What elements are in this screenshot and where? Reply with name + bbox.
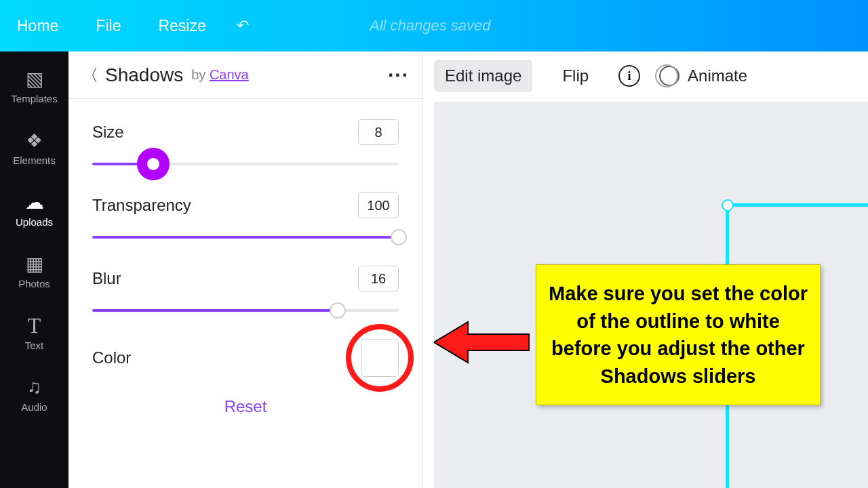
top-menu-bar: Home File Resize ↶ All changes saved: [0, 0, 868, 52]
nav-elements[interactable]: ❖ Elements: [0, 127, 68, 169]
audio-icon: ♫: [27, 377, 41, 397]
resize-handle-icon[interactable]: [722, 199, 734, 211]
callout-text: Make sure you set the color of the outli…: [549, 280, 808, 390]
blur-slider-thumb[interactable]: [330, 302, 346, 319]
instruction-callout: Make sure you set the color of the outli…: [536, 264, 821, 405]
size-label: Size: [92, 123, 124, 142]
flip-button[interactable]: Flip: [551, 60, 599, 92]
nav-templates[interactable]: ▧ Templates: [0, 65, 68, 108]
save-status: All changes saved: [370, 17, 491, 35]
transparency-slider-thumb[interactable]: [391, 229, 407, 245]
size-slider-thumb[interactable]: [137, 148, 170, 180]
brand-link[interactable]: Canva: [210, 67, 249, 82]
nav-photos[interactable]: ▦ Photos: [0, 250, 68, 293]
elements-icon: ❖: [26, 130, 43, 150]
templates-icon: ▧: [26, 68, 43, 89]
transparency-slider[interactable]: [92, 224, 399, 251]
canvas-area[interactable]: Make sure you set the color of the outli…: [434, 102, 868, 488]
transparency-input[interactable]: [358, 192, 399, 218]
animate-icon: [659, 66, 679, 86]
transparency-label: Transparency: [92, 196, 191, 215]
back-chevron-icon[interactable]: 〈: [82, 64, 98, 86]
shadows-panel: 〈 Shadows by Canva ··· Size Transparency: [68, 52, 423, 488]
menu-resize[interactable]: Resize: [158, 17, 205, 35]
text-icon: T: [28, 315, 41, 336]
menu-home[interactable]: Home: [17, 17, 58, 35]
left-nav-rail: ▧ Templates ❖ Elements ☁ Uploads ▦ Photo…: [0, 52, 68, 488]
reset-button[interactable]: Reset: [92, 397, 399, 416]
edit-image-button[interactable]: Edit image: [434, 60, 532, 92]
blur-slider[interactable]: [92, 297, 399, 324]
panel-title: Shadows: [105, 64, 183, 86]
menu-file[interactable]: File: [96, 17, 121, 35]
annotation-arrow-icon: [434, 315, 536, 369]
nav-uploads[interactable]: ☁ Uploads: [0, 188, 68, 231]
by-label: by Canva: [191, 67, 249, 83]
color-label: Color: [92, 348, 131, 367]
animate-button[interactable]: Animate: [659, 66, 747, 86]
more-options-icon[interactable]: ···: [388, 64, 409, 87]
photos-icon: ▦: [26, 253, 43, 274]
undo-icon[interactable]: ↶: [237, 17, 249, 35]
size-input[interactable]: [358, 119, 399, 145]
svg-marker-0: [434, 322, 529, 363]
color-swatch-button[interactable]: [361, 339, 399, 377]
info-icon[interactable]: i: [618, 65, 640, 87]
nav-text[interactable]: T Text: [0, 312, 68, 354]
size-slider[interactable]: [92, 150, 399, 178]
nav-audio[interactable]: ♫ Audio: [0, 373, 68, 416]
blur-label: Blur: [92, 269, 121, 288]
blur-input[interactable]: [358, 266, 399, 291]
uploads-icon: ☁: [25, 192, 44, 212]
canvas-toolbar: Edit image Flip i Animate: [434, 56, 747, 96]
